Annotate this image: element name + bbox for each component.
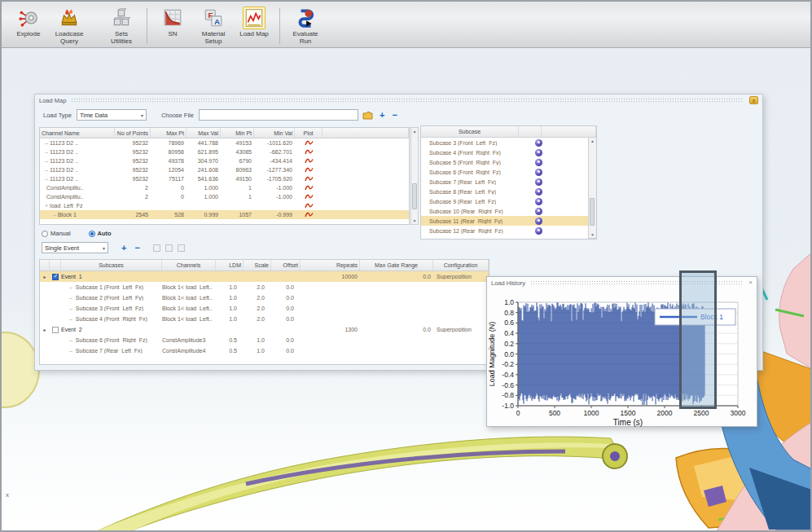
load-history-chart[interactable]: 1.00.80.60.40.20.0-0.2-0.4-0.6-0.8-1.005… [487, 288, 758, 428]
chart-selection-rectangle[interactable] [679, 270, 717, 409]
load-map-close-button[interactable]: x [749, 96, 758, 104]
event-subcase-row[interactable]: – Subcase 3 (Front_Left_Fz)Block 1< load… [40, 303, 489, 314]
tree-expand-icon[interactable]: ▸ [40, 274, 50, 279]
toolbar-sn[interactable]: SN [152, 7, 193, 38]
subcase-row[interactable]: Subcase 3 (Front_Left_Fz) [421, 138, 596, 147]
subcase-plot-icon[interactable] [535, 188, 542, 196]
event-subcase-row[interactable]: – Subcase 2 (Front_Left_Fy)Block 1< load… [40, 292, 489, 303]
subcase-plot-icon[interactable] [535, 178, 542, 186]
remove-channel-button[interactable]: − [392, 111, 397, 120]
scroll-up-icon[interactable]: ▲ [589, 138, 596, 144]
event-subcase-row[interactable]: – Subcase 7 (Rear_Left_Fx)ConstAmplitude… [40, 345, 489, 356]
plot-icon-cell [295, 148, 323, 156]
channel-table-scrollbar[interactable]: ▲ ▼ [410, 127, 419, 225]
channel-row[interactable]: ConstAmplitu..201.0001-1.000 [40, 192, 409, 201]
remove-event-button[interactable]: − [134, 244, 139, 253]
plot-waveform-icon[interactable] [305, 141, 314, 147]
subcase-row[interactable]: Subcase 11 (Rear_Right_Fy) [421, 216, 596, 226]
subcase-plot-icon[interactable] [535, 159, 542, 166]
toolbar-explode[interactable]: Explode [8, 7, 49, 38]
tree-prefix: – [69, 295, 74, 301]
subcase-plot-icon[interactable] [535, 198, 542, 205]
checkbox-cell [50, 327, 61, 333]
event-checkbox[interactable] [52, 327, 59, 333]
toolbar-evaluate-run[interactable]: Evaluate Run [285, 7, 326, 45]
plot-waveform-icon[interactable] [305, 186, 314, 191]
add-channel-button[interactable]: + [380, 111, 384, 120]
subcase-plot-icon[interactable] [535, 208, 542, 215]
toolbar-loadcase-query[interactable]: Loadcase Query [49, 7, 90, 45]
event-type-select[interactable]: Single Event ▾ [42, 242, 108, 253]
plot-waveform-icon[interactable] [305, 177, 314, 182]
plot-waveform-icon[interactable] [305, 195, 314, 200]
event-subcase-row[interactable]: – Subcase 1 (Front_Left_Fx)Block 1< load… [40, 282, 489, 292]
y-tick-label: -0.4 [502, 371, 514, 379]
tree-expand-icon[interactable]: ▸ [40, 327, 50, 332]
channel-row[interactable]: –11123 D2 ..9523249378304.9706790-434.41… [40, 156, 409, 165]
event-table-body: ▸Event_1100000.0Superposition– Subcase 1… [40, 271, 489, 356]
scroll-down-icon[interactable]: ▼ [411, 218, 418, 224]
channel-row[interactable]: –Block 125455280.9991057-0.999 [40, 210, 409, 219]
manual-radio[interactable] [42, 231, 48, 237]
column-header: Max Val [187, 128, 221, 138]
event-tool-icon-1[interactable] [153, 244, 160, 252]
scroll-down-icon[interactable]: ▼ [589, 231, 596, 238]
scrollbar-thumb[interactable] [590, 198, 595, 226]
subcase-row[interactable]: Subcase 7 (Rear_Left_Fx) [421, 177, 596, 187]
event-checkbox[interactable] [52, 274, 59, 280]
plot-waveform-icon[interactable] [305, 150, 314, 156]
toolbar-load-map[interactable]: Load Map [234, 7, 274, 38]
event-subcase-row[interactable]: – Subcase 6 (Front_Right_Fz)ConstAmplitu… [40, 335, 489, 345]
subcase-row[interactable]: Subcase 12 (Rear_Right_Fz) [421, 226, 596, 235]
channel-value-cell: 95232 [115, 149, 151, 155]
subcase-plot-icon[interactable] [535, 227, 542, 235]
titlebar-drag-handle[interactable] [72, 99, 744, 102]
plot-waveform-icon[interactable] [305, 213, 314, 218]
event-row[interactable]: ▸Event_213000.0Superposition [40, 324, 489, 335]
subcase-scrollbar[interactable]: ▲ ▼ [588, 138, 596, 239]
channel-row[interactable]: –11123 D2 ..9523275117541.63649150-1705.… [40, 174, 409, 183]
channel-row[interactable]: ConstAmplitu..201.0001-1.000 [40, 183, 409, 192]
event-tool-icon-3[interactable] [178, 244, 185, 252]
subcase-row[interactable]: Subcase 10 (Rear_Right_Fx) [421, 206, 596, 216]
y-tick-label: -0.2 [502, 360, 514, 368]
browse-folder-icon[interactable] [362, 111, 373, 120]
subcase-plot-icon[interactable] [535, 149, 542, 156]
load-history-close-button[interactable]: × [748, 279, 753, 287]
tree-prefix: – [45, 158, 48, 164]
subcase-row[interactable]: Subcase 5 (Front_Right_Fy) [421, 157, 596, 167]
subcase-row[interactable]: Subcase 6 (Front_Right_Fz) [421, 167, 596, 177]
subcase-row[interactable]: Subcase 4 (Front_Right_Fx) [421, 147, 596, 157]
scroll-up-icon[interactable]: ▲ [411, 128, 418, 134]
explode-icon [17, 7, 40, 29]
subcase-row[interactable]: Subcase 9 (Rear_Left_Fz) [421, 196, 596, 206]
add-event-button[interactable]: + [121, 244, 126, 253]
channel-row[interactable]: –11123 D2 ..9523212054241.60880963-1277.… [40, 165, 409, 174]
channel-value-cell: 75117 [151, 176, 187, 182]
mapping-mode-radios: Manual Auto [42, 230, 112, 237]
scrollbar-thumb[interactable] [412, 183, 417, 209]
load-map-titlebar[interactable]: Load Map x [35, 95, 762, 106]
channel-value-cell: 2 [115, 185, 151, 191]
subcase-row[interactable]: Subcase 8 (Rear_Left_Fy) [421, 187, 596, 196]
load-type-select[interactable]: Time Data ▾ [77, 109, 147, 121]
channel-row[interactable]: –11123 D2 ..9523278969441.78849153-1011.… [40, 138, 409, 147]
subcase-plot-icon[interactable] [535, 218, 542, 225]
column-header: Offset [271, 260, 301, 270]
plot-waveform-icon[interactable] [305, 204, 314, 209]
subcase-label: Subcase 4 (Front_Right_Fx) [421, 150, 527, 156]
auto-radio[interactable] [89, 231, 95, 237]
subcase-plot-icon[interactable] [535, 169, 542, 176]
subcase-plot-icon[interactable] [535, 139, 542, 147]
channel-row[interactable]: –11123 D2 ..9523280958621.89543085-682.7… [40, 147, 409, 156]
toolbar-material-setup[interactable]: FAMaterial Setup [193, 7, 234, 45]
event-tool-icon-2[interactable] [165, 244, 173, 252]
plot-waveform-icon[interactable] [305, 159, 314, 165]
channel-row[interactable]: +load_Left_Fz [40, 201, 409, 210]
event-row[interactable]: ▸Event_1100000.0Superposition [40, 271, 489, 282]
event-subcase-row[interactable]: – Subcase 4 (Front_Right_Fx)Block 1< loa… [40, 314, 489, 324]
toolbar-sets-utilities[interactable]: Sets Utilities [101, 7, 142, 45]
tree-prefix: + [45, 203, 48, 209]
plot-waveform-icon[interactable] [305, 168, 314, 174]
choose-file-input[interactable] [199, 109, 358, 121]
